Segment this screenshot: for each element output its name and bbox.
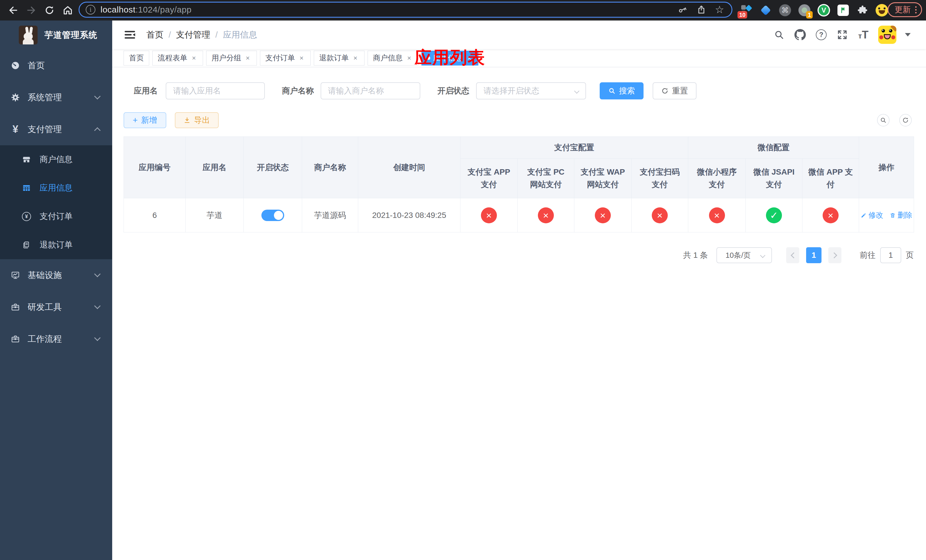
col-header-status: 开启状态 xyxy=(244,137,302,198)
tab-home[interactable]: 首页 xyxy=(124,51,149,65)
help-button[interactable] xyxy=(815,29,828,41)
avatar-dropdown-caret[interactable] xyxy=(905,33,911,36)
cell-merchant: 芋道源码 xyxy=(302,198,358,232)
extension-kite-icon[interactable] xyxy=(759,4,772,17)
back-button[interactable] xyxy=(8,5,19,16)
col-header-merchant: 商户名称 xyxy=(302,137,358,198)
prev-page-button[interactable] xyxy=(786,247,799,263)
tags-view-bar: 首页 流程表单 用户分组 支付订单 退款订单 商户信息 应用信息 xyxy=(112,49,926,67)
sidebar-item-dev-tools[interactable]: 研发工具 xyxy=(0,291,112,323)
yen-icon xyxy=(11,124,20,134)
extension-grid-icon[interactable]: 10 xyxy=(740,4,753,17)
tab-refund-order[interactable]: 退款订单 xyxy=(314,51,365,65)
tab-merchant-info[interactable]: 商户信息 xyxy=(368,51,418,65)
sidebar-logo-row[interactable]: 芋道管理系统 xyxy=(0,21,112,50)
delete-link[interactable]: 删除 xyxy=(890,210,912,220)
fullscreen-icon xyxy=(837,29,848,40)
show-search-button[interactable] xyxy=(877,114,890,127)
briefcase-icon xyxy=(11,302,20,312)
hamburger-collapse-icon xyxy=(124,29,136,41)
close-icon[interactable] xyxy=(244,54,251,62)
chevron-up-icon xyxy=(94,127,101,134)
refresh-table-button[interactable] xyxy=(899,114,912,127)
status-select-placeholder: 请选择开启状态 xyxy=(484,85,539,96)
close-icon[interactable] xyxy=(352,54,359,62)
tab-payment-order[interactable]: 支付订单 xyxy=(260,51,311,65)
add-button[interactable]: 新增 xyxy=(124,112,166,128)
breadcrumb-payment[interactable]: 支付管理 xyxy=(176,29,210,41)
col-header-actions: 操作 xyxy=(859,137,914,198)
col-header-app-id: 应用编号 xyxy=(124,137,186,198)
sidebar-item-system[interactable]: 系统管理 xyxy=(0,82,112,114)
close-icon[interactable] xyxy=(298,54,305,62)
site-info-icon[interactable] xyxy=(86,5,95,15)
sidebar-item-app-info[interactable]: 应用信息 xyxy=(0,174,112,202)
search-button[interactable]: 搜索 xyxy=(600,82,643,100)
github-link-button[interactable] xyxy=(794,29,806,41)
close-icon[interactable] xyxy=(406,54,413,62)
status-toggle[interactable] xyxy=(262,210,284,221)
page-number-button[interactable]: 1 xyxy=(806,247,822,263)
fullscreen-button[interactable] xyxy=(836,29,849,41)
payment-submenu: 商户信息 应用信息 支付订单 退款订单 xyxy=(0,145,112,259)
extensions-menu-button[interactable] xyxy=(856,4,869,17)
breadcrumb: 首页 / 支付管理 / 应用信息 xyxy=(146,21,257,49)
extension-badge: 1 xyxy=(806,11,813,18)
tab-label: 流程表单 xyxy=(158,53,188,63)
header-search-button[interactable] xyxy=(773,29,785,41)
add-button-label: 新增 xyxy=(141,115,157,126)
sidebar-item-refund-order[interactable]: 退款订单 xyxy=(0,231,112,259)
tab-user-group[interactable]: 用户分组 xyxy=(206,51,257,65)
extension-v-icon[interactable] xyxy=(817,4,830,17)
edit-link[interactable]: 修改 xyxy=(861,210,883,220)
tab-process-form[interactable]: 流程表单 xyxy=(152,51,203,65)
extension-record-icon[interactable]: 1 xyxy=(798,4,811,17)
sidebar-item-label: 工作流程 xyxy=(27,333,62,345)
close-icon[interactable] xyxy=(190,54,198,62)
goto-page-input[interactable] xyxy=(880,247,901,263)
browser-update-button[interactable]: 更新 xyxy=(888,2,922,17)
key-icon[interactable] xyxy=(678,5,688,15)
bookmark-star-icon[interactable] xyxy=(715,5,724,15)
home-button[interactable] xyxy=(62,5,73,16)
sidebar-item-workflow[interactable]: 工作流程 xyxy=(0,323,112,355)
forward-button[interactable] xyxy=(26,5,37,16)
next-page-button[interactable] xyxy=(828,247,841,263)
url-text: localhost:1024/pay/app xyxy=(100,5,192,15)
cell-wx-mini: × xyxy=(688,198,746,232)
config-status-icon: × xyxy=(823,207,838,223)
sidebar-item-payment[interactable]: 支付管理 xyxy=(0,114,112,145)
browser-menu-icon xyxy=(915,6,917,14)
sidebar-menu: 首页 系统管理 支付管理 商户信息 应 xyxy=(0,50,112,355)
command-icon xyxy=(779,4,791,16)
sidebar-item-merchant-info[interactable]: 商户信息 xyxy=(0,145,112,174)
goto-label: 前往 xyxy=(859,250,876,260)
col-header-wx-jsapi: 微信 JSAPI 支付 xyxy=(746,159,802,198)
sidebar-collapse-button[interactable] xyxy=(124,29,136,41)
share-icon[interactable] xyxy=(696,5,707,15)
sidebar-item-home[interactable]: 首页 xyxy=(0,50,112,82)
reload-button[interactable] xyxy=(44,5,55,16)
sidebar-item-payment-order[interactable]: 支付订单 xyxy=(0,202,112,231)
browser-nav-buttons xyxy=(0,5,73,16)
reload-icon xyxy=(44,5,55,16)
breadcrumb-home[interactable]: 首页 xyxy=(146,29,163,41)
app-name-input[interactable] xyxy=(166,82,265,100)
address-bar[interactable]: localhost:1024/pay/app xyxy=(79,2,732,18)
extension-flag-icon[interactable] xyxy=(837,4,850,17)
reset-button[interactable]: 重置 xyxy=(653,82,696,100)
app-title: 芋道管理系统 xyxy=(44,29,97,41)
group-header-alipay: 支付宝配置 xyxy=(460,137,688,159)
status-select[interactable]: 请选择开启状态 xyxy=(476,82,586,100)
browser-profile-avatar[interactable] xyxy=(875,4,888,17)
export-button[interactable]: 导出 xyxy=(175,112,219,128)
font-size-button[interactable]: тT xyxy=(857,29,870,41)
user-avatar[interactable] xyxy=(878,26,896,44)
merchant-name-input[interactable] xyxy=(321,82,420,100)
page-size-select[interactable]: 10条/页 xyxy=(716,247,772,263)
config-status-icon: × xyxy=(595,207,611,223)
extension-command-icon[interactable] xyxy=(779,4,791,17)
sidebar-item-infrastructure[interactable]: 基础设施 xyxy=(0,259,112,291)
search-icon xyxy=(608,87,616,95)
cell-wx-jsapi: ✓ xyxy=(746,198,802,232)
